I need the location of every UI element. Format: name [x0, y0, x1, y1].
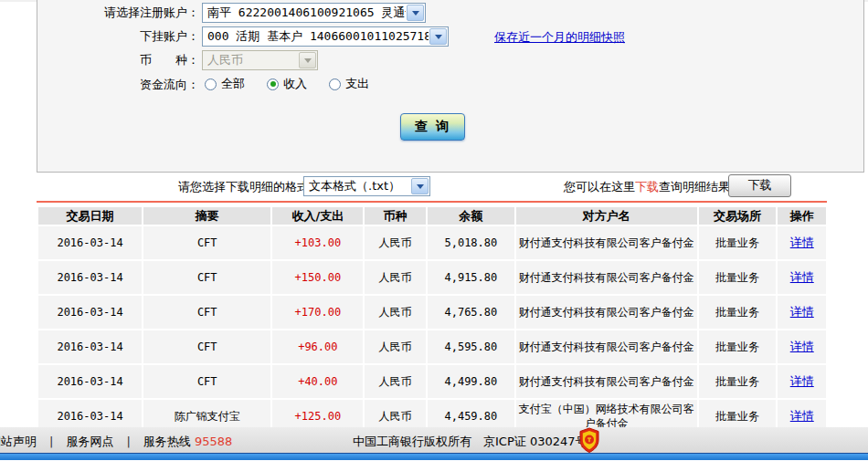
query-form-panel: 请选择注册账户： 南平 6222001406100921065 灵通卡 下挂账户… — [37, 0, 864, 173]
cell-counterparty: 财付通支付科技有限公司客户备付金 — [516, 330, 697, 363]
cell-currency: 人民币 — [365, 365, 426, 398]
footer-links: 网站声明|服务网点|服务热线 95588 — [0, 434, 232, 450]
cell-balance: 4,765.80 — [428, 296, 514, 329]
footer-link-branches[interactable]: 服务网点 — [66, 435, 113, 448]
cell-place: 批量业务 — [699, 261, 777, 294]
radio-button[interactable] — [329, 79, 341, 90]
register-account-label: 请选择注册账户： — [37, 3, 199, 23]
detail-link[interactable]: 详情 — [790, 340, 814, 353]
column-header: 交易日期 — [38, 207, 142, 225]
radio-label: 收入 — [283, 76, 307, 92]
flow-label: 资金流向： — [37, 75, 199, 95]
cell-action: 详情 — [778, 330, 826, 363]
register-account-row: 请选择注册账户： 南平 6222001406100921065 灵通卡 — [37, 3, 863, 25]
dropdown-button — [299, 52, 316, 68]
cell-amount: +150.00 — [272, 261, 363, 294]
table-row: 2016-03-14 CFT +150.00 人民币 4,915.80 财付通支… — [38, 261, 826, 294]
cell-currency: 人民币 — [365, 261, 426, 294]
download-button[interactable]: 下载 — [728, 174, 791, 197]
cell-transaction-date: 2016-03-14 — [38, 365, 142, 398]
column-header: 币种 — [365, 207, 426, 225]
radio-label: 支出 — [345, 76, 369, 92]
detail-link[interactable]: 详情 — [790, 409, 814, 423]
cell-transaction-date: 2016-03-14 — [38, 330, 142, 363]
dropdown-button[interactable] — [407, 5, 424, 21]
cell-place: 批量业务 — [699, 296, 777, 329]
footer-bar — [0, 453, 868, 460]
register-account-value: 南平 6222001406100921065 灵通卡 — [203, 5, 406, 21]
hotline-number: 95588 — [195, 435, 232, 448]
flow-option-income[interactable]: 收入 — [267, 76, 307, 92]
cell-counterparty: 财付通支付科技有限公司客户备付金 — [516, 365, 697, 398]
flow-option-expense[interactable]: 支出 — [329, 76, 369, 92]
cell-counterparty: 财付通支付科技有限公司客户备付金 — [516, 226, 697, 259]
currency-value: 人民币 — [203, 52, 298, 68]
dropdown-button[interactable] — [429, 28, 447, 45]
cell-currency: 人民币 — [365, 296, 426, 329]
cell-currency: 人民币 — [365, 226, 426, 259]
footer-link-statement[interactable]: 网站声明 — [0, 435, 37, 448]
radio-button[interactable] — [267, 79, 279, 90]
cell-transaction-date: 2016-03-14 — [38, 261, 142, 294]
cell-balance: 4,595.80 — [428, 330, 514, 363]
download-format-label: 请您选择下载明细的格式 — [178, 179, 309, 195]
currency-row: 币 种： 人民币 — [37, 50, 863, 72]
cell-balance: 4,915.80 — [428, 261, 514, 294]
download-hint-link[interactable]: 下载 — [635, 180, 659, 194]
cell-counterparty: 财付通支付科技有限公司客户备付金 — [516, 296, 697, 329]
cell-action: 详情 — [778, 365, 826, 398]
footer-copyright: 中国工商银行版权所有 京ICP证 030247号 — [353, 434, 587, 450]
column-header: 对方户名 — [516, 207, 697, 225]
detail-link[interactable]: 详情 — [790, 305, 814, 319]
register-account-select[interactable]: 南平 6222001406100921065 灵通卡 — [202, 3, 426, 23]
cell-counterparty: 财付通支付科技有限公司客户备付金 — [516, 261, 697, 294]
save-snapshot-link[interactable]: 保存近一个月的明细快照 — [494, 29, 625, 46]
download-hint: 您可以在这里下载查询明细结果 — [564, 179, 730, 195]
sub-account-select[interactable]: 000 活期 基本户 1406600101102571848 — [202, 26, 449, 47]
cell-currency: 人民币 — [365, 330, 426, 363]
cell-action: 详情 — [778, 296, 826, 329]
footer-divider: | — [126, 435, 130, 448]
cell-balance: 4,499.80 — [428, 365, 514, 398]
icbc-badge-icon — [579, 427, 599, 453]
cell-summary: CFT — [143, 226, 270, 259]
table-row: 2016-03-14 CFT +170.00 人民币 4,765.80 财付通支… — [38, 296, 826, 329]
transactions-table: 交易日期摘要收入/支出币种余额对方户名交易场所操作 2016-03-14 CFT… — [37, 205, 828, 435]
transactions-body: 2016-03-14 CFT +103.00 人民币 5,018.80 财付通支… — [38, 226, 826, 433]
footer-divider: | — [49, 435, 53, 448]
cell-summary: CFT — [143, 261, 270, 294]
cell-amount: +96.00 — [272, 330, 363, 363]
transaction-query-page: 请选择注册账户： 南平 6222001406100921065 灵通卡 下挂账户… — [0, 0, 868, 461]
accent-divider — [37, 201, 827, 203]
chevron-down-icon — [417, 184, 424, 189]
cell-action: 详情 — [778, 261, 826, 294]
detail-link[interactable]: 详情 — [790, 236, 814, 249]
cell-amount: +40.00 — [272, 365, 363, 398]
download-hint-suffix: 查询明细结果 — [659, 180, 730, 194]
dropdown-button[interactable] — [411, 178, 429, 194]
download-hint-prefix: 您可以在这里 — [564, 180, 635, 194]
flow-radio-group: 全部 收入 支出 — [205, 76, 369, 92]
flow-option-all[interactable]: 全部 — [205, 76, 245, 92]
table-row: 2016-03-14 CFT +103.00 人民币 5,018.80 财付通支… — [38, 226, 826, 259]
currency-select: 人民币 — [202, 50, 318, 70]
detail-link[interactable]: 详情 — [790, 374, 814, 388]
flow-row: 资金流向： 全部 收入 支出 — [37, 75, 863, 97]
radio-label: 全部 — [221, 76, 245, 92]
hotline-label: 服务热线 — [143, 435, 195, 448]
chevron-down-icon — [412, 11, 419, 16]
table-header-row: 交易日期摘要收入/支出币种余额对方户名交易场所操作 — [38, 207, 826, 225]
column-header: 余额 — [428, 207, 514, 225]
query-button[interactable]: 查 询 — [400, 113, 465, 141]
cell-summary: CFT — [143, 330, 270, 363]
cell-transaction-date: 2016-03-14 — [38, 296, 142, 329]
sub-account-value: 000 活期 基本户 1406600101102571848 — [203, 28, 429, 45]
download-format-value: 文本格式（.txt） — [304, 178, 410, 194]
footer: 网站声明|服务网点|服务热线 95588 中国工商银行版权所有 京ICP证 03… — [0, 427, 868, 453]
download-format-select[interactable]: 文本格式（.txt） — [303, 176, 430, 196]
cell-amount: +103.00 — [272, 226, 363, 259]
radio-button[interactable] — [205, 79, 217, 90]
cell-amount: +170.00 — [272, 296, 363, 329]
detail-link[interactable]: 详情 — [790, 270, 814, 284]
column-header: 交易场所 — [699, 207, 777, 225]
